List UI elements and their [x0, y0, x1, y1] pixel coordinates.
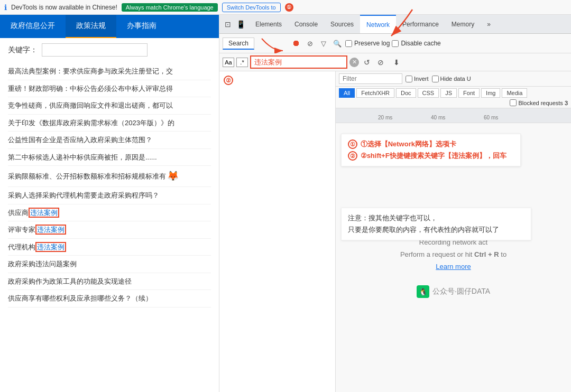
- nav-item-policy[interactable]: 政策法规: [66, 15, 116, 38]
- download-button[interactable]: ⬇: [391, 57, 402, 68]
- toggle-aa-button[interactable]: Aa: [223, 58, 234, 67]
- instruction-box: ① ①选择【Network网络】选项卡 ② ②shift+F快捷键搜索关键字【违…: [341, 134, 521, 166]
- timeline-40ms: 40 ms: [431, 115, 445, 120]
- instr-badge-1: ①: [348, 139, 357, 149]
- filter-js[interactable]: JS: [440, 88, 457, 98]
- search-clear-button[interactable]: ✕: [349, 58, 359, 67]
- stop-button[interactable]: ⊘: [304, 38, 316, 49]
- highlight-text: 违法案例: [35, 242, 66, 252]
- filter-type-row: All Fetch/XHR Doc CSS JS Font Img Media …: [336, 87, 571, 108]
- toggle-regex-button[interactable]: .*: [236, 58, 248, 67]
- timeline-60ms: 60 ms: [484, 115, 498, 120]
- blocked-requests-checkbox[interactable]: Blocked requests: [510, 99, 563, 106]
- list-item: 政府采购作为政策工具的功能及实现途径: [8, 273, 211, 291]
- cancel-search-button[interactable]: ⊘: [375, 57, 386, 68]
- tab-network[interactable]: Network: [360, 15, 396, 33]
- instruction-line2: ②shift+F快捷键搜索关键字【违法案例】，回车: [361, 152, 506, 160]
- notification-bar: ℹ DevTools is now available in Chinese! …: [0, 0, 571, 15]
- filter-icon[interactable]: ▽: [318, 38, 329, 49]
- search-results-panel: ②: [219, 71, 336, 392]
- highlight-text: 违法案例: [35, 225, 66, 235]
- website-content: 关键字： 最高法典型案例：要求供应商参与政采先注册登记，交 重磅！财政部明确：中…: [0, 38, 219, 392]
- watermark-text: 公众号·圆仔DATA: [432, 287, 490, 296]
- note-box: 注意：搜其他关键字也可以， 只要是你要爬取的内容，有代表性的内容就可以了: [341, 208, 531, 240]
- learn-more-link[interactable]: Learn more: [436, 263, 471, 270]
- fox-icon: 🦊: [167, 169, 179, 183]
- list-item-highlight-2[interactable]: 评审专家违法案例: [8, 221, 211, 239]
- watermark: 🐧 公众号·圆仔DATA: [417, 285, 490, 298]
- list-item: 第二中标候选人递补中标供应商被拒，原因是......: [8, 149, 211, 166]
- filter-row: Invert Hide data U: [336, 71, 571, 87]
- note-title: 注意：搜其他关键字也可以，: [348, 212, 524, 224]
- wechat-icon: 🐧: [417, 285, 429, 298]
- main-area: 政府信息公开 政策法规 办事指南 关键字： 最高法典型案例：要求供应商参与政采先…: [0, 15, 571, 392]
- keyword-label: 关键字：: [8, 45, 38, 55]
- blocked-count: 3: [565, 100, 568, 106]
- list-item-highlight-3[interactable]: 代理机构违法案例: [8, 239, 211, 256]
- device-icon[interactable]: 📱: [235, 19, 246, 30]
- filter-media[interactable]: Media: [502, 88, 527, 98]
- keyword-input[interactable]: [42, 43, 148, 57]
- network-empty-state: Recording network act Perform a request …: [336, 144, 571, 392]
- inspect-icon[interactable]: ⊡: [223, 19, 233, 30]
- filter-img[interactable]: Img: [481, 88, 500, 98]
- filter-input[interactable]: [339, 73, 402, 84]
- list-item: 关于印发《数据库政府采购需求标准（2023年版）》的: [8, 115, 211, 132]
- switch-devtools-button[interactable]: Switch DevTools to: [222, 3, 281, 12]
- record-button[interactable]: ⏺: [290, 38, 302, 49]
- search-toolbar: Search ⏺ ⊘ ▽ 🔍 Preserve log Disable c: [219, 34, 571, 53]
- list-item: 重磅！财政部明确：中标公告必须公布中标人评审总得: [8, 80, 211, 98]
- disable-cache-checkbox[interactable]: Disable cache: [392, 40, 440, 47]
- filter-all[interactable]: All: [339, 88, 355, 98]
- tab-performance[interactable]: Performance: [396, 15, 445, 33]
- search-keyword-input[interactable]: [250, 55, 347, 69]
- preserve-log-checkbox[interactable]: Preserve log: [345, 40, 390, 47]
- search-input-area: Aa .* ✕ ↺ ⊘ ⬇: [219, 53, 571, 71]
- notification-text: DevTools is now available in Chinese!: [11, 4, 117, 11]
- tab-more[interactable]: »: [481, 15, 497, 33]
- list-item: 最高法典型案例：要求供应商参与政采先注册登记，交: [8, 63, 211, 80]
- devtools-icons: ⊡ 📱: [219, 15, 249, 33]
- match-language-button[interactable]: Always match Chrome's language: [122, 3, 218, 12]
- hide-data-checkbox[interactable]: Hide data U: [432, 76, 471, 82]
- list-item: 公益性国有企业是否应纳入政府采购主体范围？: [8, 132, 211, 149]
- tab-sources[interactable]: Sources: [324, 15, 360, 33]
- nav-item-guide[interactable]: 办事指南: [116, 15, 167, 38]
- search-tab-button[interactable]: Search: [223, 38, 254, 50]
- filter-xhr[interactable]: Fetch/XHR: [356, 88, 394, 98]
- note-body: 只要是你要爬取的内容，有代表性的内容就可以了: [348, 224, 524, 236]
- website-nav: 政府信息公开 政策法规 办事指南: [0, 15, 219, 38]
- tab-elements[interactable]: Elements: [249, 15, 288, 33]
- tab-memory[interactable]: Memory: [445, 15, 481, 33]
- list-item: 竞争性磋商，供应商撤回响应文件和退出磋商，都可以: [8, 97, 211, 115]
- nav-item-gov-info[interactable]: 政府信息公开: [0, 15, 66, 38]
- network-main-area: ① ①选择【Network网络】选项卡 ② ②shift+F快捷键搜索关键字【违…: [336, 123, 571, 392]
- highlight-text: 违法案例: [29, 208, 59, 218]
- arrow-annotation: [256, 36, 288, 51]
- step-badge-1: ①: [285, 3, 293, 12]
- devtools-panel: ⊡ 📱 Elements Console Sources Network Per…: [219, 15, 571, 392]
- list-item: 采购限额标准、公开招标数额标准和招标规模标准有 🦊: [8, 166, 211, 187]
- devtools-body: ② Invert Hide data U: [219, 71, 571, 392]
- list-item: 政府采购违法问题案例: [8, 256, 211, 273]
- timeline-20ms: 20 ms: [378, 115, 392, 120]
- filter-doc[interactable]: Doc: [396, 88, 416, 98]
- network-panel: Invert Hide data U All Fetch/XHR Doc CSS…: [336, 71, 571, 392]
- list-item: 采购人选择采购代理机构需要走政府采购程序吗？: [8, 187, 211, 204]
- instruction-line1: ①选择【Network网络】选项卡: [361, 140, 456, 148]
- refresh-search-button[interactable]: ↺: [361, 57, 373, 68]
- info-icon: ℹ: [4, 3, 7, 12]
- search-button[interactable]: 🔍: [331, 38, 343, 49]
- tab-console[interactable]: Console: [288, 15, 324, 33]
- step-badge-2: ②: [224, 76, 233, 85]
- website-panel: 政府信息公开 政策法规 办事指南 关键字： 最高法典型案例：要求供应商参与政采先…: [0, 15, 219, 392]
- keyword-row: 关键字：: [8, 43, 211, 57]
- invert-checkbox[interactable]: Invert: [406, 76, 429, 82]
- timeline-header: 20 ms 40 ms 60 ms: [336, 108, 571, 123]
- filter-css[interactable]: CSS: [418, 88, 439, 98]
- hint-text: Perform a request or hit Ctrl + R to: [400, 250, 506, 258]
- instr-badge-2: ②: [348, 151, 357, 161]
- content-list: 最高法典型案例：要求供应商参与政采先注册登记，交 重磅！财政部明确：中标公告必须…: [8, 63, 211, 307]
- list-item-highlight-1[interactable]: 供应商违法案例: [8, 204, 211, 222]
- filter-font[interactable]: Font: [458, 88, 480, 98]
